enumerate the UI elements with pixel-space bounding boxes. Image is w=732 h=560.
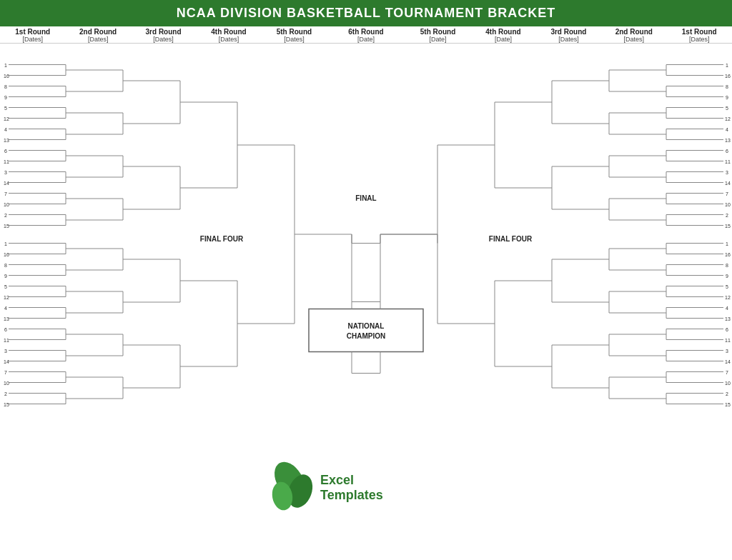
svg-text:6: 6 bbox=[726, 327, 728, 332]
svg-text:1: 1 bbox=[726, 241, 728, 246]
svg-text:CHAMPION: CHAMPION bbox=[347, 332, 385, 340]
svg-text:12: 12 bbox=[4, 295, 9, 300]
svg-text:12: 12 bbox=[725, 116, 731, 121]
svg-text:9: 9 bbox=[4, 274, 7, 279]
round-header-6th: 6th Round [Date] bbox=[327, 26, 405, 43]
svg-text:4: 4 bbox=[726, 306, 728, 311]
svg-text:7: 7 bbox=[4, 191, 7, 196]
svg-text:6: 6 bbox=[4, 327, 7, 332]
bracket-area: 1 16 8 9 5 12 4 13 bbox=[0, 44, 732, 560]
svg-text:Templates: Templates bbox=[320, 488, 383, 502]
svg-text:2: 2 bbox=[726, 391, 728, 396]
svg-text:9: 9 bbox=[726, 274, 728, 279]
round-headers: 1st Round [Dates] 2nd Round [Dates] 3rd … bbox=[0, 26, 732, 44]
round-header-2nd-left: 2nd Round [Dates] bbox=[65, 26, 130, 43]
svg-text:5: 5 bbox=[726, 106, 728, 111]
svg-rect-133 bbox=[309, 309, 423, 352]
svg-text:16: 16 bbox=[4, 74, 9, 79]
svg-text:15: 15 bbox=[725, 402, 731, 407]
svg-text:FINAL FOUR: FINAL FOUR bbox=[200, 235, 244, 243]
svg-text:13: 13 bbox=[725, 316, 731, 321]
svg-text:16: 16 bbox=[725, 252, 731, 257]
svg-text:3: 3 bbox=[726, 349, 728, 354]
round-header-4th-right: 4th Round [Date] bbox=[470, 26, 535, 43]
svg-text:NATIONAL: NATIONAL bbox=[348, 322, 385, 330]
svg-text:11: 11 bbox=[725, 338, 731, 343]
svg-text:10: 10 bbox=[4, 202, 9, 207]
svg-text:10: 10 bbox=[4, 381, 9, 386]
svg-text:12: 12 bbox=[725, 295, 731, 300]
svg-text:14: 14 bbox=[725, 181, 731, 186]
svg-text:7: 7 bbox=[726, 191, 728, 196]
svg-text:15: 15 bbox=[4, 224, 9, 229]
svg-text:7: 7 bbox=[4, 370, 7, 375]
svg-text:15: 15 bbox=[4, 402, 9, 407]
svg-text:6: 6 bbox=[4, 149, 7, 154]
svg-text:14: 14 bbox=[725, 359, 731, 364]
svg-text:8: 8 bbox=[726, 263, 728, 268]
svg-text:16: 16 bbox=[4, 252, 9, 257]
svg-text:10: 10 bbox=[725, 202, 731, 207]
svg-text:4: 4 bbox=[4, 127, 7, 132]
svg-text:1: 1 bbox=[726, 63, 728, 68]
svg-text:12: 12 bbox=[4, 116, 9, 121]
svg-text:1: 1 bbox=[4, 241, 7, 246]
svg-text:14: 14 bbox=[4, 181, 9, 186]
svg-text:11: 11 bbox=[725, 159, 731, 164]
svg-text:6: 6 bbox=[726, 149, 728, 154]
svg-text:3: 3 bbox=[726, 170, 728, 175]
svg-text:4: 4 bbox=[726, 127, 728, 132]
svg-text:2: 2 bbox=[4, 213, 7, 218]
bracket-svg: 1 16 8 9 5 12 4 13 bbox=[0, 44, 732, 560]
svg-text:4: 4 bbox=[4, 306, 7, 311]
svg-text:11: 11 bbox=[4, 159, 9, 164]
svg-text:13: 13 bbox=[4, 138, 9, 143]
svg-text:13: 13 bbox=[725, 138, 731, 143]
svg-text:5: 5 bbox=[4, 106, 7, 111]
svg-text:3: 3 bbox=[4, 170, 7, 175]
svg-text:5: 5 bbox=[4, 284, 7, 289]
round-header-5th-right: 5th Round [Date] bbox=[405, 26, 470, 43]
svg-text:2: 2 bbox=[4, 391, 7, 396]
round-header-3rd-left: 3rd Round [Dates] bbox=[131, 26, 196, 43]
svg-text:FINAL FOUR: FINAL FOUR bbox=[489, 235, 533, 243]
svg-text:8: 8 bbox=[726, 84, 728, 89]
svg-text:1: 1 bbox=[4, 63, 7, 68]
svg-text:16: 16 bbox=[725, 74, 731, 79]
svg-text:3: 3 bbox=[4, 349, 7, 354]
svg-text:9: 9 bbox=[726, 95, 728, 100]
round-header-2nd-right: 2nd Round [Dates] bbox=[601, 26, 666, 43]
svg-text:11: 11 bbox=[4, 338, 9, 343]
round-header-4th-left: 4th Round [Dates] bbox=[196, 26, 261, 43]
svg-text:10: 10 bbox=[725, 381, 731, 386]
round-header-1st-left: 1st Round [Dates] bbox=[0, 26, 65, 43]
svg-text:15: 15 bbox=[725, 224, 731, 229]
svg-text:8: 8 bbox=[4, 84, 7, 89]
svg-text:14: 14 bbox=[4, 359, 9, 364]
svg-text:9: 9 bbox=[4, 95, 7, 100]
round-header-1st-right: 1st Round [Dates] bbox=[667, 26, 732, 43]
svg-text:2: 2 bbox=[726, 213, 728, 218]
svg-text:13: 13 bbox=[4, 316, 9, 321]
page-title: NCAA DIVISION BASKETBALL TOURNAMENT BRAC… bbox=[0, 0, 732, 26]
svg-text:5: 5 bbox=[726, 284, 728, 289]
svg-text:Excel: Excel bbox=[320, 473, 354, 487]
svg-text:8: 8 bbox=[4, 263, 7, 268]
round-header-3rd-right: 3rd Round [Dates] bbox=[536, 26, 601, 43]
svg-text:7: 7 bbox=[726, 370, 728, 375]
round-header-5th-left: 5th Round [Dates] bbox=[262, 26, 327, 43]
app: NCAA DIVISION BASKETBALL TOURNAMENT BRAC… bbox=[0, 0, 732, 560]
svg-text:FINAL: FINAL bbox=[355, 194, 376, 202]
